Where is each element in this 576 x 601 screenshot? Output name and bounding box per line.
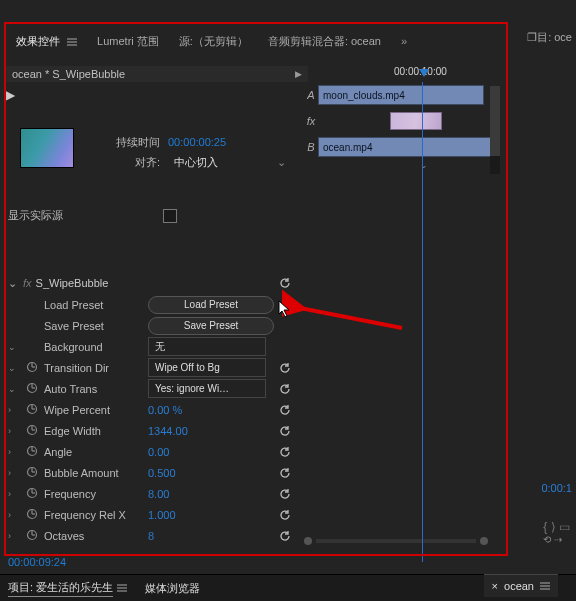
param-label: Frequency [22,488,148,500]
reset-icon[interactable] [278,276,292,290]
time-ruler[interactable]: 00:00:10:00 [304,66,500,84]
param-row-bubble-amount: ›Bubble Amount0.500 [0,462,300,483]
horizontal-zoom-scrollbar[interactable] [304,536,488,546]
zoom-handle-left[interactable] [304,537,312,545]
chevron-right-icon[interactable]: › [8,510,11,520]
vertical-scrollbar[interactable] [490,86,500,174]
reset-icon[interactable] [278,382,292,396]
param-label: Wipe Percent [22,404,148,416]
param-value[interactable]: 1344.00 [148,425,188,437]
param-row-edge-width: ›Edge Width1344.00 [0,420,300,441]
track-fx: fx [304,110,500,132]
reset-icon[interactable] [278,361,292,375]
overflow-label: » [401,35,407,47]
playhead-line[interactable] [422,82,423,562]
clip-a[interactable]: moon_clouds.mp4 [318,85,484,105]
tab-project[interactable]: 项目: 爱生活的乐先生 [8,580,127,597]
transition-bar[interactable] [390,112,442,130]
scrollbar-thumb[interactable] [490,86,500,156]
tab-audio-mixer[interactable]: 音频剪辑混合器: ocean [264,30,385,53]
stopwatch-icon[interactable] [26,445,38,459]
param-value[interactable]: 0.00 [148,446,169,458]
chevron-right-icon[interactable]: › [8,447,11,457]
reset-icon[interactable] [278,445,292,459]
reset-icon[interactable] [278,424,292,438]
panel-menu-icon[interactable] [117,584,127,592]
right-strip-icons[interactable]: { ⟩ ▭ [543,520,570,534]
tab-label: 音频剪辑混合器: ocean [268,35,381,47]
panel-menu-icon[interactable] [540,582,550,590]
param-value[interactable]: 1.000 [148,509,176,521]
playhead-handle-icon[interactable] [418,68,430,82]
fx-badge: fx [23,277,32,289]
close-icon[interactable]: × [492,580,498,592]
panel-menu-icon[interactable] [67,38,77,46]
chevron-right-icon[interactable]: › [8,489,11,499]
alignment-value: 中心切入 [174,155,218,170]
play-transition-icon[interactable]: ▶ [6,88,15,102]
sequence-tab-ocean[interactable]: × ocean [484,574,558,597]
chevron-right-icon[interactable]: › [8,426,11,436]
expand-icon[interactable]: ▶ [295,69,302,79]
param-row-background: Background无⌄ [0,336,300,357]
current-timecode[interactable]: 00:00:09:24 [8,556,66,568]
right-panel-tab[interactable]: ❐目: oce [527,30,572,45]
auto-trans-dropdown[interactable]: Yes: ignore Wi…⌄ [148,379,266,398]
tab-lumetri[interactable]: Lumetri 范围 [93,30,163,53]
chevron-right-icon[interactable]: › [8,468,11,478]
clip-b[interactable]: ocean.mp4 [318,137,494,157]
param-row-transition-dir: Transition DirWipe Off to Bg⌄ [0,357,300,378]
stopwatch-icon[interactable] [26,529,38,543]
param-label: Auto Trans [22,383,148,395]
stopwatch-icon[interactable] [26,487,38,501]
alignment-dropdown[interactable]: 中心切入 ⌄ [168,153,292,171]
reset-icon[interactable] [278,508,292,522]
param-label: Octaves [22,530,148,542]
reset-icon[interactable] [278,403,292,417]
stopwatch-icon[interactable] [26,361,38,375]
chevron-down-icon: ⌄ [8,384,16,394]
clip-path-row: ocean * S_WipeBubble ▶ [6,66,308,82]
chevron-right-icon[interactable]: › [8,405,11,415]
timeline-nav-icons[interactable]: ⟲ ⇢ [543,534,562,545]
stopwatch-icon[interactable] [26,466,38,480]
reset-icon[interactable] [278,487,292,501]
dropdown-value: Wipe Off to Bg [155,362,220,373]
scroll-track[interactable] [316,539,476,543]
chevron-right-icon[interactable]: › [8,531,11,541]
tab-label: Lumetri 范围 [97,35,159,47]
param-label: Angle [22,446,148,458]
background-dropdown[interactable]: 无⌄ [148,337,266,356]
param-value[interactable]: 8.00 [148,488,169,500]
param-value[interactable]: 8 [148,530,154,542]
tab-label: 项目: 爱生活的乐先生 [8,580,113,597]
tab-media-browser[interactable]: 媒体浏览器 [145,581,200,596]
show-actual-source-checkbox[interactable] [163,209,177,223]
stopwatch-icon[interactable] [26,382,38,396]
load-preset-button[interactable]: Load Preset [148,296,274,314]
stopwatch-icon[interactable] [26,508,38,522]
effect-header[interactable]: ⌄ fx S_WipeBubble [0,272,300,294]
mini-timeline: 00:00:10:00 A moon_clouds.mp4 fx B ocean… [304,66,500,162]
stopwatch-icon[interactable] [26,403,38,417]
tabs-overflow[interactable]: » [397,31,411,51]
param-row-auto-trans: Auto TransYes: ignore Wi…⌄ [0,378,300,399]
param-row-save-preset: Save PresetSave Preset [0,315,300,336]
duration-value[interactable]: 00:00:00:25 [168,136,226,148]
param-value[interactable]: 0.00 % [148,404,182,416]
param-label: Frequency Rel X [22,509,148,521]
zoom-handle-right[interactable] [480,537,488,545]
transition-thumbnail[interactable] [20,128,74,168]
tab-effect-controls[interactable]: 效果控件 [12,30,81,53]
transition-dir-dropdown[interactable]: Wipe Off to Bg⌄ [148,358,266,377]
save-preset-button[interactable]: Save Preset [148,317,274,335]
reset-icon[interactable] [278,529,292,543]
track-a: A moon_clouds.mp4 [304,84,500,106]
reset-icon[interactable] [278,466,292,480]
param-row-load-preset: Load PresetLoad Preset [0,294,300,315]
track-label: B [304,141,318,153]
effect-name: S_WipeBubble [36,277,109,289]
param-value[interactable]: 0.500 [148,467,176,479]
tab-source[interactable]: 源:（无剪辑） [175,30,252,53]
stopwatch-icon[interactable] [26,424,38,438]
